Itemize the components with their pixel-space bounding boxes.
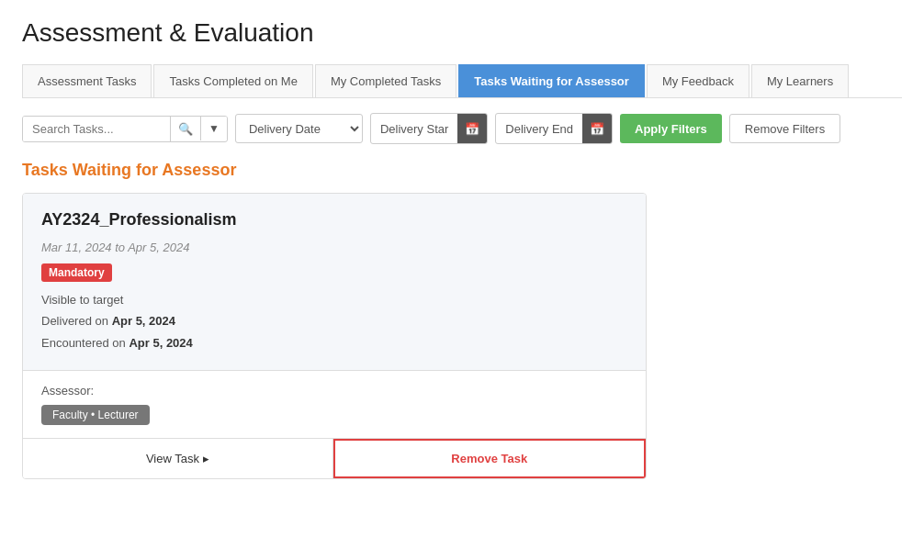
task-card-footer: View Task ▸ Remove Task — [23, 438, 646, 478]
page-container: Assessment & Evaluation Assessment Tasks… — [0, 0, 924, 498]
delivery-end-calendar-button[interactable]: 📅 — [582, 114, 612, 143]
remove-task-button[interactable]: Remove Task — [333, 439, 647, 478]
tab-tasks-waiting-assessor[interactable]: Tasks Waiting for Assessor — [458, 64, 645, 97]
tab-my-learners[interactable]: My Learners — [751, 64, 849, 97]
delivery-end-wrapper: Delivery End 📅 — [495, 113, 613, 144]
mandatory-badge: Mandatory — [41, 263, 112, 282]
task-dates: Mar 11, 2024 to Apr 5, 2024 — [41, 241, 627, 254]
task-visible: Visible to target — [41, 289, 627, 310]
task-encountered-date: Apr 5, 2024 — [129, 336, 192, 350]
delivery-start-wrapper: Delivery Star 📅 — [370, 113, 488, 144]
tab-tasks-completed-on-me[interactable]: Tasks Completed on Me — [153, 64, 312, 97]
tabs-bar: Assessment Tasks Tasks Completed on Me M… — [22, 64, 902, 98]
task-meta: Visible to target Delivered on Apr 5, 20… — [41, 289, 627, 353]
task-card: AY2324_Professionalism Mar 11, 2024 to A… — [22, 193, 647, 479]
task-encountered: Encountered on Apr 5, 2024 — [41, 332, 627, 353]
delivery-start-calendar-button[interactable]: 📅 — [457, 114, 487, 143]
delivery-start-label: Delivery Star — [371, 117, 457, 141]
remove-filters-button[interactable]: Remove Filters — [729, 114, 840, 143]
task-assessor-section: Assessor: Faculty • Lecturer — [23, 370, 646, 438]
task-title: AY2324_Professionalism — [41, 210, 627, 230]
task-delivered-label: Delivered on — [41, 314, 108, 328]
task-encountered-label: Encountered on — [41, 336, 126, 350]
tab-assessment-tasks[interactable]: Assessment Tasks — [22, 64, 152, 97]
task-delivered: Delivered on Apr 5, 2024 — [41, 310, 627, 331]
delivery-date-select[interactable]: Delivery Date — [235, 114, 363, 143]
apply-filters-button[interactable]: Apply Filters — [620, 114, 722, 143]
view-task-button[interactable]: View Task ▸ — [23, 439, 333, 478]
tab-my-feedback[interactable]: My Feedback — [647, 64, 749, 97]
task-card-body: AY2324_Professionalism Mar 11, 2024 to A… — [23, 194, 646, 370]
delivery-end-label: Delivery End — [496, 117, 582, 141]
page-title: Assessment & Evaluation — [22, 18, 902, 48]
search-input[interactable] — [23, 117, 170, 141]
search-icon-button[interactable]: 🔍 — [170, 117, 200, 141]
filter-bar: 🔍 ▼ Delivery Date Delivery Star 📅 Delive… — [22, 113, 902, 144]
search-wrapper: 🔍 ▼ — [22, 116, 228, 142]
tab-my-completed-tasks[interactable]: My Completed Tasks — [315, 64, 456, 97]
search-dropdown-button[interactable]: ▼ — [200, 117, 227, 140]
task-delivered-date: Apr 5, 2024 — [112, 314, 175, 328]
assessor-label: Assessor: — [41, 384, 627, 398]
assessor-badge: Faculty • Lecturer — [41, 405, 150, 425]
section-heading: Tasks Waiting for Assessor — [22, 161, 902, 180]
